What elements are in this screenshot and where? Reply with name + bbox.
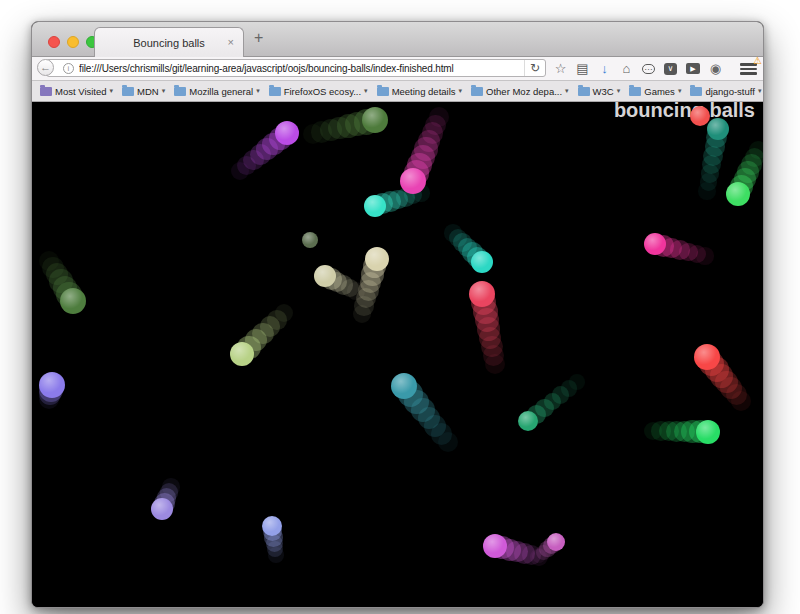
chevron-down-icon: ▾ [110,87,114,95]
ball [471,251,493,273]
bookmarks-toolbar: Most Visited▾MDN▾Mozilla general▾Firefox… [32,81,763,102]
ball [469,281,495,307]
navigation-toolbar: ← i file:///Users/chrismills/git/learnin… [32,57,763,81]
traffic-lights [48,36,98,48]
bookmark-label: W3C [593,86,614,97]
chevron-down-icon: ▾ [256,87,260,95]
bookmark-label: Games [644,86,675,97]
pocket-icon[interactable]: ∨ [664,63,677,75]
url-text[interactable]: file:///Users/chrismills/git/learning-ar… [79,63,524,74]
bookmark-label: Mozilla general [189,86,253,97]
chevron-down-icon: ▾ [758,87,762,95]
bookmark-item-games[interactable]: Games▾ [629,86,681,97]
bookmark-label: Other Moz depa... [486,86,562,97]
chevron-down-icon: ▾ [565,87,569,95]
home-icon[interactable]: ⌂ [620,62,633,76]
ball [60,288,86,314]
bookmark-item-other-moz-depa[interactable]: Other Moz depa...▾ [471,86,569,97]
ball [391,373,417,399]
ball [644,233,666,255]
bookmark-label: django-stuff [705,86,754,97]
chevron-down-icon: ▾ [364,87,368,95]
chevron-down-icon: ▾ [459,87,463,95]
page-content: bouncing balls [32,102,763,607]
ball [547,533,565,551]
chat-icon[interactable]: … [642,64,655,74]
ball [314,265,336,287]
fingerprint-icon[interactable]: ◉ [709,62,722,76]
ball [726,182,750,206]
ball [690,106,710,126]
chevron-down-icon: ▾ [162,87,166,95]
warning-badge-icon: ⚠ [753,56,762,66]
url-bar[interactable]: i file:///Users/chrismills/git/learning-… [46,59,546,77]
folder-icon [269,87,281,96]
ball [518,411,538,431]
titlebar[interactable]: Bouncing balls × + [32,22,763,57]
bookmark-item-firefoxos-ecosy[interactable]: FirefoxOS ecosy...▾ [269,86,368,97]
menu-icon[interactable]: ⚠ [740,61,757,76]
ball [302,232,318,248]
bookmark-label: FirefoxOS ecosy... [284,86,361,97]
bookmark-label: Most Visited [55,86,107,97]
page-title: bouncing balls [614,102,755,122]
ball [707,118,729,140]
ball [39,372,65,398]
canvas [32,102,763,607]
bookmark-item-meeting-details[interactable]: Meeting details▾ [377,86,462,97]
page-info-icon[interactable]: i [63,63,74,74]
download-icon[interactable]: ↓ [598,62,611,76]
ball [364,195,386,217]
menu-bar [740,72,757,75]
ball [694,344,720,370]
bookmark-item-most-visited[interactable]: Most Visited▾ [40,86,113,97]
toolbar-icons: ☆▤↓⌂…∨▶◉ [554,57,722,80]
menu-bar [740,68,757,71]
ball [151,498,173,520]
folder-icon [377,87,389,96]
browser-window: Bouncing balls × + ← i file:///Users/chr… [31,21,764,608]
new-tab-button[interactable]: + [254,29,263,47]
chevron-down-icon: ▾ [678,87,682,95]
ball [275,121,299,145]
back-button[interactable]: ← [37,59,54,76]
youtube-icon[interactable]: ▶ [686,63,700,74]
ball [362,107,388,133]
ball [400,168,426,194]
ball [365,247,389,271]
ball [262,516,282,536]
tab-title: Bouncing balls [133,37,205,49]
folder-icon [471,87,483,96]
bookmark-item-django-stuff[interactable]: django-stuff▾ [690,86,761,97]
folder-icon [690,87,702,96]
close-window-button[interactable] [48,36,60,48]
ball [483,534,507,558]
tab-close-icon[interactable]: × [228,35,234,49]
bookmark-item-mozilla-general[interactable]: Mozilla general▾ [174,86,259,97]
reload-icon[interactable]: ↻ [524,60,545,76]
folder-icon [40,87,52,96]
tab-bouncing-balls[interactable]: Bouncing balls × [94,27,244,57]
minimize-window-button[interactable] [67,36,79,48]
folder-icon [629,87,641,96]
bookmark-label: Meeting details [392,86,456,97]
chevron-down-icon: ▾ [617,87,621,95]
bookmark-item-mdn[interactable]: MDN▾ [122,86,165,97]
folder-icon [578,87,590,96]
reading-list-icon[interactable]: ▤ [576,62,589,76]
folder-icon [174,87,186,96]
ball [696,420,720,444]
bookmark-label: MDN [137,86,159,97]
bookmark-item-w3c[interactable]: W3C▾ [578,86,621,97]
ball [230,342,254,366]
folder-icon [122,87,134,96]
star-icon[interactable]: ☆ [554,62,567,76]
